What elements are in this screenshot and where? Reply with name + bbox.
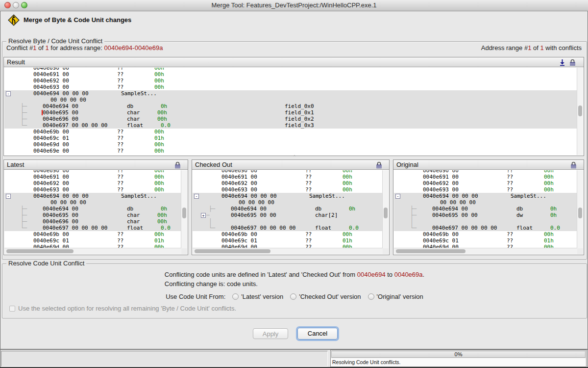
listing-text: ?? xyxy=(305,186,312,193)
scrollbar-thumb[interactable] xyxy=(6,249,74,253)
listing-row[interactable]: 0040e693 00??00h xyxy=(4,84,577,90)
checkbox-icon[interactable] xyxy=(9,306,15,312)
latest-listing: 0040e690 00??00h0040e691 00??00h0040e692… xyxy=(4,170,181,248)
result-vertical-scrollbar[interactable] xyxy=(577,68,583,155)
listing-row[interactable]: 0040e692 00??00h xyxy=(4,78,577,84)
listing-row[interactable]: 0040e69b 00??00h xyxy=(4,231,181,237)
listing-row[interactable]: 0040e69c 01??01h xyxy=(4,135,577,141)
radio-latest-version[interactable]: 'Latest' version xyxy=(232,293,283,300)
listing-row[interactable]: 0040e69c 01??01h xyxy=(394,237,577,244)
listing-row[interactable]: 0040e69b 00??00h xyxy=(193,231,383,237)
radio-checked-out-version[interactable]: 'Checked Out' version xyxy=(290,293,361,300)
apply-to-all-checkbox-row[interactable]: Use the selected option for resolving al… xyxy=(9,305,236,312)
lock-icon[interactable] xyxy=(570,161,577,169)
latest-horizontal-scrollbar[interactable] xyxy=(4,248,181,254)
listing-row[interactable]: -0040e694 00 00 00SampleSt... xyxy=(4,90,577,97)
listing-row[interactable]: └─0040e697 00 00 00 00float0.0 xyxy=(394,225,577,231)
listing-row[interactable]: 0040e692 00??00h xyxy=(394,180,577,186)
listing-row[interactable]: 0040e693 00??00h xyxy=(394,186,577,193)
original-vertical-scrollbar[interactable] xyxy=(577,170,583,248)
listing-row[interactable]: ├─0040e695 00char00hfield_0x1 xyxy=(4,109,577,116)
apply-button[interactable]: Apply xyxy=(253,328,288,339)
listing-row[interactable]: 0040e692 00??00h xyxy=(4,180,181,186)
scrollbar-thumb[interactable] xyxy=(195,249,270,253)
listing-text: dw xyxy=(516,212,523,218)
radio-original-version[interactable]: 'Original' version xyxy=(368,293,423,300)
latest-vertical-scrollbar[interactable] xyxy=(181,170,187,248)
title-bar: Merge Tool: Features_DevTestProject:/Win… xyxy=(0,0,588,11)
listing-row[interactable]: ├─0040e695 00char00h xyxy=(4,212,181,218)
listing-row[interactable]: 00 00 00 00 xyxy=(4,199,181,206)
listing-row[interactable]: 0040e69c 01??01h xyxy=(4,237,181,244)
listing-row[interactable]: ├─0040e695 00 00dw0h xyxy=(394,212,577,218)
listing-row[interactable]: ├─0040e696 00char00hfield_0x2 xyxy=(4,116,577,122)
listing-row[interactable]: 0040e690 00??00h xyxy=(4,68,577,71)
scrollbar-thumb[interactable] xyxy=(578,105,582,116)
listing-row[interactable]: ├─0040e694 00db0hfield_0x0 xyxy=(4,103,577,109)
lock-icon[interactable] xyxy=(569,59,576,66)
listing-row[interactable]: ├─0040e694 00db0h xyxy=(4,206,181,212)
listing-row[interactable]: 0040e690 00??00h xyxy=(394,170,577,174)
lock-icon[interactable] xyxy=(174,161,181,169)
listing-text: ?? xyxy=(507,237,513,244)
listing-text: 0040e69c 01 xyxy=(33,135,69,141)
listing-row[interactable]: ├─0040e694 00db0h xyxy=(394,206,577,212)
listing-row[interactable]: 0040e691 00??00h xyxy=(4,174,181,180)
listing-text: ├─ xyxy=(21,206,27,212)
listing-row[interactable]: │ xyxy=(193,218,383,225)
listing-row[interactable]: 0040e69c 01??01h xyxy=(193,237,383,244)
original-horizontal-scrollbar[interactable] xyxy=(394,248,577,254)
expand-toggle-icon[interactable]: - xyxy=(6,194,11,199)
scrollbar-thumb[interactable] xyxy=(182,208,186,218)
listing-text: 00h xyxy=(544,174,554,180)
radio-icon[interactable] xyxy=(232,293,239,300)
listing-row[interactable]: 0040e690 00??00h xyxy=(193,170,383,174)
expand-toggle-icon[interactable]: - xyxy=(395,194,400,199)
listing-row[interactable]: 0040e693 00??00h xyxy=(193,186,383,193)
listing-row[interactable]: 0040e69e 00??00h xyxy=(4,148,577,154)
listing-text: 0040e696 00 xyxy=(43,116,78,122)
listing-row[interactable]: 0040e693 00??00h xyxy=(4,186,181,193)
listing-text: 0040e693 00 xyxy=(423,186,459,193)
lock-icon[interactable] xyxy=(376,161,382,169)
listing-text: 0040e69b 00 xyxy=(423,231,459,237)
listing-text: ?? xyxy=(117,174,123,180)
listing-row[interactable]: ├─0040e694 00db0h xyxy=(193,206,383,212)
scroll-to-bottom-icon[interactable] xyxy=(559,59,565,66)
listing-text: 00h xyxy=(154,148,164,154)
listing-row[interactable]: 0040e691 00??00h xyxy=(394,174,577,180)
checked-out-vertical-scrollbar[interactable] xyxy=(382,170,389,248)
checked-out-horizontal-scrollbar[interactable] xyxy=(193,248,383,254)
listing-row[interactable]: 0040e691 00??00h xyxy=(4,71,577,78)
listing-row[interactable]: -0040e694 00 00 00SampleSt... xyxy=(193,193,383,199)
listing-row[interactable]: 0040e69b 00??00h xyxy=(394,231,577,237)
listing-row[interactable]: └─0040e697 00 00 00 00float0.0field_0x3 xyxy=(4,122,577,129)
listing-row[interactable]: 0040e690 00??00h xyxy=(4,170,181,174)
listing-row[interactable]: 0040e691 00??00h xyxy=(193,174,383,180)
window-title: Merge Tool: Features_DevTestProject:/Win… xyxy=(0,0,588,11)
listing-row[interactable]: +─0040e695 00 00char[2] xyxy=(193,212,383,218)
listing-row[interactable]: 0040e69b 00??00h xyxy=(4,129,577,135)
listing-row[interactable]: 00 00 00 00 xyxy=(394,199,577,206)
listing-row[interactable]: └─0040e697 00 00 00 00float0.0 xyxy=(4,225,181,231)
listing-row[interactable]: 0040e692 00??00h xyxy=(193,180,383,186)
listing-row[interactable]: -0040e694 00 00 00SampleSt... xyxy=(4,193,181,199)
radio-icon[interactable] xyxy=(290,293,296,300)
expand-toggle-icon[interactable]: - xyxy=(6,91,11,96)
listing-text: 01h xyxy=(343,237,352,244)
expand-toggle-icon[interactable]: + xyxy=(201,213,206,218)
listing-row[interactable]: -0040e694 00 00 00SampleSt... xyxy=(394,193,577,199)
radio-icon[interactable] xyxy=(368,293,374,300)
scrollbar-thumb[interactable] xyxy=(578,208,582,218)
scrollbar-thumb[interactable] xyxy=(384,208,388,218)
listing-row[interactable]: ├─0040e696 00char00h xyxy=(4,218,181,225)
listing-row[interactable]: │ xyxy=(394,218,577,225)
cancel-button[interactable]: Cancel xyxy=(297,328,338,340)
splitter-handle[interactable]: ⌃ xyxy=(291,156,298,159)
listing-row[interactable]: 00 00 00 00 xyxy=(4,97,577,103)
listing-row[interactable]: └─0040e697 00 00 00 00float0.0 xyxy=(193,225,383,231)
scrollbar-thumb[interactable] xyxy=(396,249,466,253)
expand-toggle-icon[interactable]: - xyxy=(194,194,199,199)
listing-row[interactable]: 00 00 00 00 xyxy=(193,199,383,206)
listing-row[interactable]: 0040e69d 00??00h xyxy=(4,141,577,148)
